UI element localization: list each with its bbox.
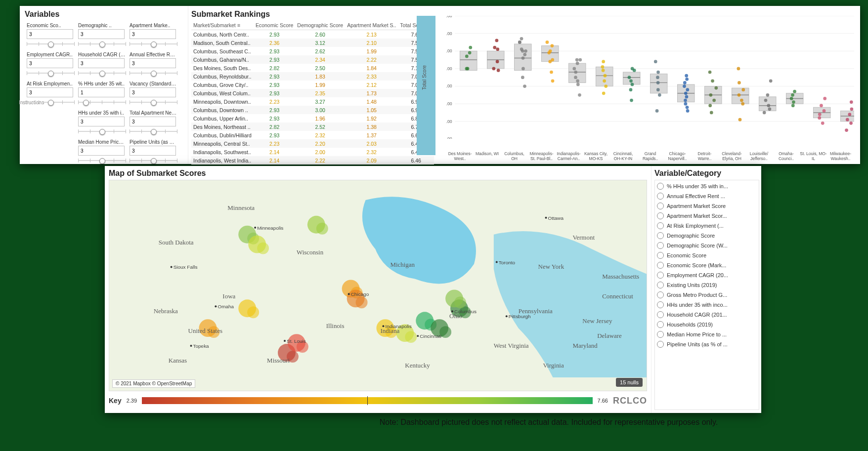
- table-row[interactable]: Columbus, Dublin/Hilliard 2.93 2.32 1.37…: [191, 131, 434, 139]
- category-option[interactable]: Economic Score: [656, 250, 758, 260]
- category-option[interactable]: Apartment Market Scor...: [656, 211, 758, 221]
- svg-point-109: [714, 86, 718, 90]
- svg-point-77: [633, 69, 636, 72]
- category-option[interactable]: Gross Metro Product G...: [656, 290, 758, 300]
- category-option[interactable]: Pipeline Units (as % of ...: [656, 339, 758, 349]
- svg-point-59: [572, 67, 576, 71]
- radio-icon: [657, 272, 664, 279]
- var-slider[interactable]: [78, 41, 126, 47]
- variables-title: Variables: [25, 10, 183, 19]
- svg-point-79: [629, 79, 633, 82]
- var-slider[interactable]: [78, 158, 126, 164]
- svg-point-60: [574, 71, 577, 74]
- table-row[interactable]: Madison, South Central.. 2.36 3.12 2.10 …: [191, 39, 434, 47]
- svg-point-120: [740, 99, 743, 102]
- var-input[interactable]: [130, 29, 176, 39]
- category-option[interactable]: Median Home Price to ...: [656, 329, 758, 339]
- rankings-panel: Submarket Rankings Market/Submarket ≡Eco…: [188, 6, 417, 164]
- category-option[interactable]: Household CAGR (201...: [656, 310, 758, 320]
- svg-point-95: [685, 78, 689, 81]
- table-row[interactable]: Minneapolis, Downtown.. 2.23 3.27 1.48 6…: [191, 97, 434, 106]
- svg-point-39: [523, 53, 526, 56]
- table-row[interactable]: Indianapolis, Southwest.. 2.14 2.00 2.32…: [191, 148, 434, 156]
- var-label: Vacancy (Standard De..: [130, 81, 177, 86]
- category-option[interactable]: HHs under 35 with inco...: [656, 300, 758, 310]
- svg-point-38: [524, 49, 527, 53]
- sort-icon[interactable]: ≡: [237, 22, 240, 28]
- category-option[interactable]: % HHs under 35 with in...: [656, 181, 758, 191]
- svg-point-82: [630, 99, 633, 102]
- svg-text:Kansas: Kansas: [169, 357, 187, 364]
- key-gradient: [142, 397, 592, 404]
- var-label: Annual Effective Rent ..: [130, 52, 177, 57]
- svg-point-149: [850, 107, 854, 111]
- var-input[interactable]: [130, 58, 176, 68]
- var-slider[interactable]: [130, 70, 177, 76]
- table-row[interactable]: Columbus, Reynoldsbur.. 2.93 1.83 2.33 7…: [191, 72, 434, 81]
- svg-text:Chicago: Chicago: [351, 291, 369, 297]
- svg-text:New York: New York: [538, 263, 564, 271]
- svg-text:Columbus: Columbus: [454, 309, 477, 314]
- map-attribution: © 2021 Mapbox © OpenStreetMap: [112, 379, 195, 388]
- category-option[interactable]: Households (2019): [656, 320, 758, 329]
- svg-point-100: [685, 95, 689, 99]
- table-row[interactable]: Des Moines, Northeast .. 2.82 2.52 1.38 …: [191, 123, 434, 131]
- svg-point-145: [821, 122, 825, 125]
- category-option[interactable]: Employment CAGR (20...: [656, 270, 758, 280]
- category-option[interactable]: Apartment Market Score: [656, 201, 758, 211]
- category-option[interactable]: Existing Units (2019): [656, 280, 758, 290]
- table-row[interactable]: Columbus, Upper Arlin.. 2.93 1.96 1.92 6…: [191, 114, 434, 123]
- var-slider[interactable]: [27, 41, 74, 47]
- var-slider[interactable]: [130, 128, 177, 134]
- var-slider[interactable]: [27, 99, 74, 105]
- svg-point-228: [496, 261, 498, 263]
- var-input[interactable]: [130, 87, 176, 97]
- category-option[interactable]: At Risk Employment (...: [656, 221, 758, 231]
- svg-text:Kentucky: Kentucky: [405, 362, 430, 369]
- var-input[interactable]: [78, 29, 125, 39]
- var-slider[interactable]: [78, 70, 126, 76]
- var-label: Employment CAGR..: [27, 52, 74, 57]
- svg-text:8.00: 8.00: [446, 31, 452, 36]
- table-row[interactable]: Des Moines, South Des.. 2.82 2.50 1.84 7…: [191, 64, 434, 72]
- category-list[interactable]: % HHs under 35 with in...Annual Effectiv…: [654, 180, 759, 410]
- table-row[interactable]: Columbus, Grove City/.. 2.93 1.99 2.12 7…: [191, 81, 434, 89]
- var-input[interactable]: [130, 146, 176, 156]
- category-option[interactable]: Economic Score (Mark...: [656, 260, 758, 270]
- var-slider[interactable]: [78, 99, 126, 105]
- svg-point-126: [766, 93, 770, 97]
- var-slider[interactable]: [130, 41, 177, 47]
- radio-icon: [657, 252, 664, 259]
- svg-point-226: [506, 315, 508, 317]
- table-row[interactable]: Indianapolis, West India.. 2.14 2.22 2.0…: [191, 156, 434, 164]
- category-option[interactable]: Annual Effective Rent ...: [656, 191, 758, 201]
- table-row[interactable]: Columbus, North Centr.. 2.93 2.60 2.13 7…: [191, 30, 434, 39]
- svg-text:Toronto: Toronto: [499, 260, 516, 265]
- var-input[interactable]: [78, 58, 125, 68]
- var-slider[interactable]: [130, 158, 177, 164]
- var-input[interactable]: [78, 87, 125, 97]
- category-option[interactable]: Demographic Score: [656, 231, 758, 241]
- svg-point-136: [792, 100, 795, 104]
- svg-point-19: [468, 51, 472, 54]
- var-slider[interactable]: [130, 99, 177, 105]
- map[interactable]: MinnesotaSouth DakotaWisconsinMichiganIo…: [109, 180, 647, 391]
- table-row[interactable]: Minneapolis, Central St.. 2.23 2.20 2.03…: [191, 139, 434, 148]
- table-row[interactable]: Columbus, Downtown .. 2.93 3.00 1.05 6.9…: [191, 106, 434, 114]
- svg-point-134: [791, 93, 794, 97]
- category-option[interactable]: Demographic Score (W...: [656, 241, 758, 250]
- table-row[interactable]: Columbus, Southeast C.. 2.93 2.62 1.99 7…: [191, 47, 434, 55]
- table-row[interactable]: Columbus, Gahanna/N.. 2.93 2.34 2.22 7.5…: [191, 55, 434, 64]
- svg-point-220: [382, 325, 384, 327]
- var-input[interactable]: [27, 87, 73, 97]
- svg-text:Delaware: Delaware: [597, 332, 622, 339]
- var-slider[interactable]: [27, 70, 74, 76]
- var-input[interactable]: [78, 117, 125, 126]
- var-input[interactable]: [27, 29, 73, 39]
- svg-point-90: [658, 93, 661, 97]
- var-input[interactable]: [27, 58, 73, 68]
- table-row[interactable]: Columbus, West Colum.. 2.93 2.35 1.73 7.…: [191, 89, 434, 97]
- var-input[interactable]: [78, 146, 125, 156]
- var-slider[interactable]: [78, 128, 126, 134]
- var-input[interactable]: [130, 117, 176, 126]
